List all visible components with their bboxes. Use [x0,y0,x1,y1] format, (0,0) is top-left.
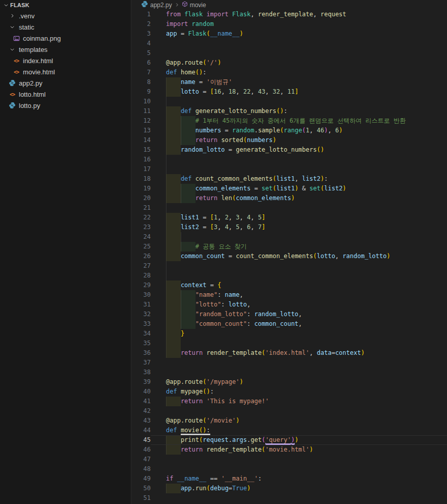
token [177,69,181,76]
explorer-section-header[interactable]: FLASK [0,0,131,10]
code-line-content [151,358,447,368]
token: mypage [181,388,203,395]
token: ] [262,214,265,221]
token: . [254,127,258,134]
code-line-28[interactable]: 28 [131,271,447,281]
code-line-17[interactable]: 17 [131,164,447,174]
code-line-14[interactable]: 14return sorted(numbers) [131,135,447,145]
code-line-26[interactable]: 26common_count = count_common_elements(l… [131,251,447,261]
code-line-24[interactable]: 24 [131,232,447,242]
code-line-4[interactable]: 4 [131,39,447,48]
code-line-2[interactable]: 2import random [131,19,447,29]
line-number: 13 [131,126,151,135]
token: : [258,475,262,482]
code-line-19[interactable]: 19common_elements = set(list1) & set(lis… [131,184,447,193]
code-line-21[interactable]: 21 [131,203,447,213]
token: , [240,223,247,231]
sidebar-item-lotto-html[interactable]: <>lotto.html [0,89,131,100]
code-line-32[interactable]: 32"random_lotto": random_lotto, [131,310,447,319]
token: debug [210,485,229,492]
code-line-51[interactable]: 51 [131,493,447,503]
token: list2 [181,223,199,231]
code-line-12[interactable]: 12# 1부터 45까지의 숫자 중에서 6개를 랜덤으로 선택하여 리스트로 … [131,116,447,126]
code-line-36[interactable]: 36return render_template('index.html', d… [131,348,447,358]
breadcrumb-item-movie[interactable]: movie [182,1,206,9]
code-line-10[interactable]: 10 [131,97,447,106]
sidebar-item-movie-html[interactable]: <>movie.html [0,66,131,77]
code-line-5[interactable]: 5 [131,48,447,58]
code-line-38[interactable]: 38 [131,368,447,377]
sidebar-item--venv[interactable]: .venv [0,10,131,21]
code-line-44[interactable]: 44def movie(): [131,426,447,435]
token: ) [247,485,250,492]
code-line-47[interactable]: 47 [131,455,447,464]
sidebar-item-lotto-py[interactable]: lotto.py [0,100,131,111]
code-line-40[interactable]: 40def mypage(): [131,387,447,397]
code-line-7[interactable]: 7def home(): [131,68,447,77]
code-line-39[interactable]: 39@app.route('/mypage') [131,377,447,387]
code-line-15[interactable]: 15random_lotto = generate_lotto_numbers(… [131,145,447,155]
code-line-42[interactable]: 42 [131,406,447,416]
token: generate_lotto_numbers [236,146,317,153]
token: request [203,436,229,443]
code-line-18[interactable]: 18def count_common_elements(list1, list2… [131,174,447,184]
code-line-25[interactable]: 25# 공통 요소 찾기 [131,242,447,251]
code-area[interactable]: 1from flask import Flask, render_templat… [131,10,447,503]
code-line-3[interactable]: 3app = Flask(__name__) [131,29,447,39]
code-line-23[interactable]: 23list2 = [3, 4, 5, 6, 7] [131,222,447,232]
token: return [181,398,203,405]
code-line-content [151,97,447,106]
sidebar-item-static[interactable]: static [0,21,131,33]
line-number: 41 [131,397,151,406]
line-number: 9 [131,87,151,97]
code-line-30[interactable]: 30"name": name, [131,290,447,300]
token: range [284,127,302,134]
chevron-down-icon [8,24,16,30]
code-line-22[interactable]: 22list1 = [1, 2, 3, 4, 5] [131,213,447,222]
code-line-43[interactable]: 43@app.route('/movie') [131,416,447,426]
code-line-16[interactable]: 16 [131,155,447,164]
token: , [221,88,228,95]
token: , [250,223,258,231]
indent-block-level1 [166,135,181,145]
code-line-6[interactable]: 6@app.route('/') [131,58,447,68]
sidebar-item-coinman-png[interactable]: coinman.png [0,33,131,44]
code-line-48[interactable]: 48 [131,464,447,474]
code-line-13[interactable]: 13numbers = random.sample(range(1, 46), … [131,126,447,135]
code-line-29[interactable]: 29context = { [131,281,447,290]
code-line-34[interactable]: 34} [131,329,447,339]
code-line-45[interactable]: 45print(request.args.get('query')) [131,435,447,445]
token: '/movie' [206,417,236,424]
indent-block-level1 [166,213,181,222]
token: app [166,30,177,37]
code-line-41[interactable]: 41return 'This is mypage!' [131,397,447,406]
code-line-46[interactable]: 46return render_template('movie.html') [131,445,447,455]
indent-block-level1 [166,310,181,319]
token: random_lotto [181,146,225,153]
sidebar-item-app2-py[interactable]: app2.py [0,77,131,89]
token: def [166,388,177,395]
code-line-33[interactable]: 33"common_count": common_count, [131,319,447,329]
code-line-8[interactable]: 8name = '이범규' [131,77,447,87]
code-line-content [151,164,447,174]
code-line-20[interactable]: 20return len(common_elements) [131,193,447,203]
breadcrumb-item-app2-py[interactable]: app2.py [141,1,172,9]
code-line-31[interactable]: 31"lotto": lotto, [131,300,447,310]
code-line-49[interactable]: 49if __name__ == '__main__': [131,474,447,484]
code-line-27[interactable]: 27 [131,261,447,271]
code-line-35[interactable]: 35 [131,339,447,348]
token: common_elements [236,194,291,202]
token: 3 [236,214,239,221]
indent-block-level1 [166,77,181,87]
code-line-9[interactable]: 9lotto = [16, 18, 22, 43, 32, 11] [131,87,447,97]
token: args [232,436,247,443]
sidebar-item-templates[interactable]: templates [0,44,131,55]
token: 5 [258,214,262,221]
code-line-11[interactable]: 11def generate_lotto_numbers(): [131,106,447,116]
code-line-37[interactable]: 37 [131,358,447,368]
code-line-50[interactable]: 50app.run(debug=True) [131,484,447,493]
code-line-1[interactable]: 1from flask import Flask, render_templat… [131,10,447,19]
token: return [195,136,217,144]
token: Flask [232,11,250,18]
sidebar-item-index-html[interactable]: <>index.html [0,55,131,66]
